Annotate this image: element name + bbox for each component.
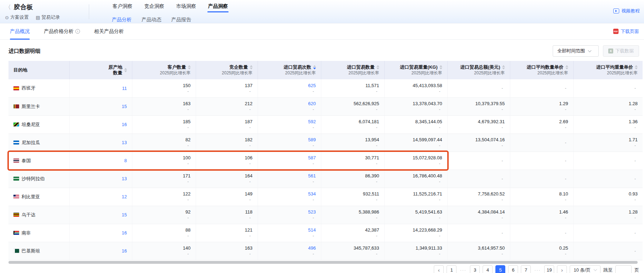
import-trade-weight-cell: 15,072,928.08-	[384, 152, 447, 170]
import-trade-count-value[interactable]: 592	[263, 119, 316, 125]
section-tab-相关产品分析[interactable]: 相关产品分析	[94, 23, 124, 40]
page-button-1[interactable]: 1	[447, 265, 456, 273]
section-tab-产品价格分析[interactable]: 产品价格分析i	[44, 23, 80, 40]
import-trade-count-value[interactable]: 534	[263, 191, 316, 197]
growth-value: -	[579, 197, 638, 203]
page-button-6[interactable]: 6	[508, 265, 518, 273]
avg-weight-price-cell: 0.93-	[573, 188, 643, 206]
customer-count-cell: 140-	[132, 242, 196, 260]
time-range-select[interactable]: 全部时间范围	[553, 45, 599, 57]
col-header-competitor-count[interactable]: 竞企数量2025同比增长率	[196, 61, 258, 79]
sort-desc-icon	[502, 68, 505, 69]
page-button-3[interactable]: 3	[470, 265, 480, 273]
origin-count-link[interactable]: 15	[122, 212, 127, 217]
tab-客户洞察[interactable]: 客户洞察	[112, 2, 133, 12]
sort-icon[interactable]	[439, 65, 442, 69]
import-trade-count-value[interactable]: 514	[263, 227, 316, 233]
col-header-import-trade-weight[interactable]: 进口贸易重量(KG)2025同比增长率	[384, 61, 447, 79]
pagination: ‹1···34567···19›10 条/页跳至页	[0, 265, 639, 273]
growth-value: -	[515, 197, 568, 203]
country-name: 巴基斯坦	[22, 248, 40, 254]
avg-weight-price-cell: -	[573, 152, 643, 170]
import-trade-count-value[interactable]: 587	[263, 155, 316, 161]
avg-weight-price-value: 1.36	[579, 119, 638, 125]
origin-count-link[interactable]: 15	[122, 104, 127, 109]
subtab-产品动态[interactable]: 产品动态	[142, 17, 161, 23]
col-header-avg-weight-price[interactable]: 进口平均重量单价2025同比增长率	[573, 61, 643, 79]
prev-page-button[interactable]: ‹	[434, 265, 444, 273]
origin-count-cell: 16	[69, 224, 132, 242]
avg-weight-price-cell: 1.28-	[573, 97, 643, 115]
avg-quantity-price-cell: 1.46-	[510, 206, 573, 224]
jump-page-input[interactable]	[615, 265, 632, 273]
page-button-19[interactable]: 19	[544, 265, 554, 273]
sort-icon[interactable]	[313, 65, 316, 69]
tab-产品洞察[interactable]: 产品洞察	[207, 2, 229, 12]
next-page-button[interactable]: ›	[557, 265, 567, 273]
origin-count-link[interactable]: 8	[124, 158, 127, 163]
origin-count-link[interactable]: 13	[122, 176, 127, 181]
sort-icon[interactable]	[635, 65, 638, 69]
col-header-avg-quantity-price[interactable]: 进口平均数量单价2025同比增长率	[510, 61, 573, 79]
tab-竞企洞察[interactable]: 竞企洞察	[144, 2, 165, 12]
growth-value: -	[453, 215, 505, 221]
import-trade-weight-cell: 45,413,093.58-	[384, 79, 447, 97]
avg-quantity-price-value: 2.69	[515, 119, 568, 125]
import-trade-amount-cell: 4,384,084.14-	[447, 206, 510, 224]
page-button-7[interactable]: 7	[521, 265, 531, 273]
flag-icon-巴基斯坦	[13, 249, 19, 253]
growth-value: -	[263, 107, 316, 112]
origin-count-link[interactable]: 16	[122, 248, 127, 254]
scheme-settings-button[interactable]: ⊙ 方案设置	[5, 14, 29, 21]
download-page-link[interactable]: PDF 下载页面	[613, 28, 639, 35]
video-tutorial-link[interactable]: 视频教程	[613, 8, 640, 14]
section-tab-产品概况[interactable]: 产品概况	[10, 23, 30, 40]
page-size-select[interactable]: 10 条/页	[570, 265, 600, 273]
avg-weight-price-value: 0.93	[579, 191, 638, 197]
trade-records-button[interactable]: ▤ 贸易记录	[36, 14, 60, 21]
import-trade-count-value[interactable]: 620	[263, 101, 316, 107]
competitor-count-value: 187	[201, 119, 253, 125]
import-trade-count-value[interactable]: 589	[263, 137, 316, 143]
import-trade-count-value[interactable]: 625	[263, 83, 316, 89]
tab-市场洞察[interactable]: 市场洞察	[176, 2, 197, 12]
import-trade-weight-value: 13,378,043.70	[390, 101, 442, 107]
page-button-4[interactable]: 4	[483, 265, 493, 273]
import-trade-count-value[interactable]: 561	[263, 173, 316, 179]
download-data-button[interactable]: X 下载数据	[603, 45, 639, 57]
col-header-origin-count[interactable]: 原产地数量	[69, 61, 132, 79]
col-header-customer-count[interactable]: 客户数量2025同比增长率	[132, 61, 196, 79]
sort-icon[interactable]	[565, 65, 568, 69]
origin-count-link[interactable]: 16	[122, 122, 127, 127]
subtab-产品分析[interactable]: 产品分析	[112, 17, 132, 23]
sort-icon[interactable]	[188, 65, 191, 69]
page-button-5[interactable]: 5	[495, 265, 505, 273]
import-trade-count-cell: 534-	[258, 188, 321, 206]
origin-count-link[interactable]: 13	[122, 140, 127, 145]
origin-count-link[interactable]: 11	[122, 86, 127, 91]
sort-icon[interactable]	[376, 65, 379, 69]
import-trade-quantity-value: 13,954	[326, 137, 379, 143]
growth-value: -	[515, 140, 568, 146]
sort-icon[interactable]	[250, 65, 253, 69]
table-row: 利比里亚12122-149-534-932,511-11,525,216.71-…	[8, 188, 643, 206]
back-icon[interactable]: 〈	[5, 3, 11, 11]
subtab-产品报告[interactable]: 产品报告	[171, 17, 191, 23]
table-row: 巴基斯坦16140-163-496-345,787,633-1,349,911.…	[8, 242, 643, 260]
growth-value: -	[390, 215, 442, 221]
origin-count-link[interactable]: 16	[122, 230, 127, 235]
origin-count-link[interactable]: 12	[122, 194, 127, 199]
sort-icon[interactable]	[124, 68, 127, 72]
flag-icon-尼加拉瓜	[13, 141, 19, 144]
horizontal-scrollbar[interactable]	[8, 261, 638, 264]
col-header-import-trade-count[interactable]: 进口贸易次数2025同比增长率	[258, 61, 321, 79]
customer-count-value: 185	[137, 119, 191, 125]
import-trade-count-value[interactable]: 496	[263, 245, 316, 251]
growth-value: -	[515, 176, 568, 182]
col-header-import-trade-quantity[interactable]: 进口贸易数量2025同比增长率	[321, 61, 384, 79]
growth-value: -	[515, 158, 568, 164]
import-trade-count-value[interactable]: 523	[263, 209, 316, 215]
avg-weight-price-value: 1.28	[579, 209, 638, 215]
col-header-import-trade-amount[interactable]: 进口贸易总额(美元)2025同比增长率	[447, 61, 510, 79]
sort-icon[interactable]	[502, 65, 505, 69]
